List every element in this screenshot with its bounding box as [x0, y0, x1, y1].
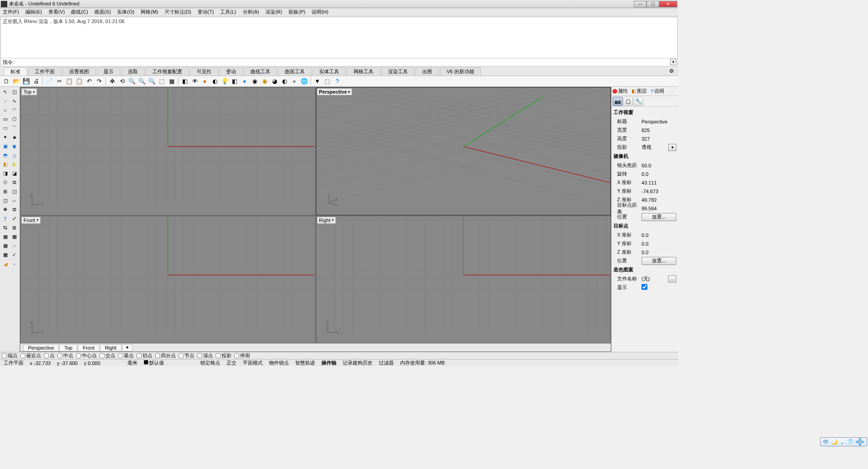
viewport-front[interactable]: Front▾ xz — [20, 216, 316, 344]
rp-tx-value[interactable]: 0.0 — [642, 232, 676, 238]
mirror-icon[interactable]: ⇆ — [1, 223, 9, 232]
rp-place-target-button[interactable]: 放置... — [642, 257, 676, 265]
tooltab-viewportlayout[interactable]: 工作视窗配置 — [146, 67, 189, 76]
redo-icon[interactable]: ↷ — [94, 77, 104, 86]
copy-tool-icon[interactable]: ⧉ — [10, 205, 19, 214]
tooltab-v6new[interactable]: V6 的新功能 — [440, 67, 481, 76]
check-icon[interactable]: ✓ — [10, 251, 19, 259]
sb-cplane[interactable]: 工作平面 — [2, 360, 25, 366]
sb-gumball[interactable]: 操作轴 — [320, 360, 338, 366]
rptab-properties[interactable]: 属性 — [613, 88, 628, 95]
snap-quad[interactable]: 四分点 — [155, 352, 176, 359]
tooltab-curvetools[interactable]: 曲线工具 — [244, 67, 277, 76]
move-icon[interactable]: ✥ — [1, 205, 9, 214]
arc-icon[interactable]: ◠ — [10, 106, 19, 114]
menu-analyze[interactable]: 分析(A) — [242, 9, 260, 15]
sb-gridsnap[interactable]: 锁定格点 — [198, 360, 222, 366]
cylinder-icon[interactable]: ◉ — [10, 142, 19, 151]
snap-project[interactable]: 投影 — [216, 352, 231, 359]
zoom-icon[interactable]: 🔍 — [127, 77, 137, 86]
rp-height-value[interactable]: 327 — [642, 136, 676, 142]
explode-icon[interactable]: ⊞ — [1, 187, 9, 196]
select-icon[interactable]: ⬚ — [323, 77, 332, 86]
snap-point[interactable]: 点 — [44, 352, 55, 359]
viewport-perspective[interactable]: Perspective▾ zyx — [316, 87, 611, 215]
circle-icon[interactable]: ○ — [1, 106, 9, 114]
print-icon[interactable]: 🖨 — [32, 77, 41, 86]
snap-tan[interactable]: 切点 — [137, 352, 152, 359]
render-icon[interactable]: ● — [240, 77, 249, 86]
lasso-icon[interactable]: ◫ — [10, 88, 19, 96]
tooltab-cplane[interactable]: 工作平面 — [28, 67, 61, 76]
tooltab-display[interactable]: 显示 — [97, 67, 120, 76]
text-icon[interactable]: ⌒ — [10, 124, 19, 133]
rotate-tool-icon[interactable]: T — [1, 214, 9, 223]
console-expand-button[interactable]: ▾ — [670, 59, 676, 65]
rp-wallpaper-browse[interactable]: … — [668, 275, 676, 283]
loft-icon[interactable]: ◨ — [1, 169, 9, 178]
vptab-front[interactable]: Front — [78, 344, 99, 351]
dim-icon[interactable]: ▦ — [1, 242, 9, 250]
rptab-layers[interactable]: ◧图层 — [632, 88, 647, 95]
surface-icon[interactable]: ◈ — [10, 133, 19, 142]
rp-texture-icon[interactable]: 🔧 — [633, 97, 643, 106]
cap-icon[interactable]: ⦾ — [1, 178, 9, 187]
rp-projection-dropdown[interactable]: ▾ — [668, 144, 676, 151]
rp-camx-value[interactable]: 43.111 — [642, 180, 676, 185]
tooltab-gear-icon[interactable]: ⚙ — [669, 68, 675, 74]
menu-curve[interactable]: 曲线(C) — [70, 9, 89, 15]
tooltab-standard[interactable]: 标准 — [4, 67, 27, 76]
point-icon[interactable]: ✦ — [1, 133, 9, 142]
properties-icon[interactable]: ◐ — [280, 77, 289, 86]
cone-icon[interactable]: △ — [10, 151, 19, 160]
array-icon[interactable]: ⊞ — [10, 223, 19, 232]
polyline-icon[interactable]: ⟋ — [1, 97, 9, 105]
rp-projection-value[interactable]: 透视 — [642, 144, 667, 151]
join-icon[interactable]: ⧉ — [10, 178, 19, 187]
menu-view[interactable]: 查看(V) — [47, 9, 66, 15]
menu-edit[interactable]: 编辑(E) — [24, 9, 43, 15]
sb-planar[interactable]: 平面模式 — [241, 360, 264, 366]
earth-icon[interactable]: 🌐 — [300, 77, 309, 86]
viewport-right[interactable]: Right▾ yz — [316, 216, 611, 344]
rp-material-icon[interactable]: ▢ — [623, 97, 633, 106]
tooltab-visibility[interactable]: 可见性 — [190, 67, 218, 76]
ungroup-icon[interactable]: ▦ — [10, 232, 19, 241]
zoom-extents-icon[interactable]: 🔍 — [137, 77, 146, 86]
menu-tools[interactable]: 工具(L) — [219, 9, 237, 15]
lock-icon[interactable]: 💡 — [220, 77, 229, 86]
snap-knot[interactable]: 节点 — [179, 352, 194, 359]
misc2-icon[interactable]: ◦ — [10, 260, 19, 268]
tooltab-solidtools[interactable]: 实体工具 — [312, 67, 346, 76]
paste-icon[interactable]: 📋 — [75, 77, 84, 86]
help-icon[interactable]: ? — [333, 77, 342, 86]
rp-camz-value[interactable]: 49.782 — [642, 197, 676, 203]
tooltab-drafting[interactable]: 出图 — [415, 67, 439, 76]
maximize-button[interactable]: ▢ — [646, 1, 659, 7]
zoom-window-icon[interactable]: ⬚ — [157, 77, 166, 86]
open-icon[interactable]: 📂 — [12, 77, 21, 86]
sphere-icon[interactable]: ◓ — [1, 151, 9, 160]
setview-icon[interactable]: 👁 — [190, 77, 199, 86]
rptab-help[interactable]: ?说明 — [651, 88, 664, 95]
cut-icon[interactable]: ✂ — [55, 77, 64, 86]
vptab-right[interactable]: Right — [100, 344, 122, 351]
hatch-icon[interactable]: ▩ — [1, 251, 9, 259]
menu-transform[interactable]: 变动(T) — [197, 9, 215, 15]
curve-icon[interactable]: ∿ — [10, 97, 19, 105]
offset-icon[interactable]: ↔ — [10, 196, 19, 205]
leader-icon[interactable]: ⟋ — [10, 242, 19, 250]
snap-near[interactable]: 最近点 — [20, 352, 41, 359]
box-icon[interactable]: ▣ — [1, 142, 9, 151]
rp-rotation-value[interactable]: 0.0 — [642, 171, 676, 177]
scale-icon[interactable]: ⤢ — [10, 214, 19, 223]
snap-disable[interactable]: 停用 — [234, 352, 250, 359]
tooltab-surfacetools[interactable]: 曲面工具 — [278, 67, 311, 76]
viewport-perspective-label[interactable]: Perspective▾ — [317, 88, 353, 95]
tooltab-select[interactable]: 选取 — [121, 67, 145, 76]
rotate-icon[interactable]: ⟲ — [118, 77, 127, 86]
rp-dist-value[interactable]: 99.564 — [642, 206, 676, 211]
menu-mesh[interactable]: 网格(M) — [140, 9, 159, 15]
snap-end[interactable]: 端点 — [2, 352, 18, 359]
viewport-front-label[interactable]: Front▾ — [21, 217, 41, 224]
